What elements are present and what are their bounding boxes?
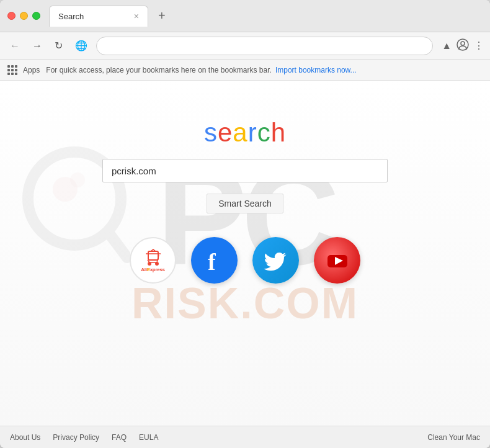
search-area: search Smart Search <box>102 118 388 284</box>
menu-icon[interactable]: ⋮ <box>474 40 484 52</box>
page-content: PC RISK.COM search Smart Search <box>0 81 490 426</box>
logo-s: s <box>204 118 218 147</box>
logo-c: c <box>257 118 271 147</box>
svg-point-5 <box>70 172 85 187</box>
nav-icons: ▲ ⋮ <box>442 38 484 53</box>
svg-point-1 <box>461 42 465 45</box>
privacy-policy-link[interactable]: Privacy Policy <box>53 433 99 442</box>
footer-right: Clean Your Mac <box>427 433 480 442</box>
secure-icon[interactable]: 🌐 <box>71 37 91 54</box>
facebook-link[interactable]: f <box>191 237 238 284</box>
close-button[interactable] <box>7 12 16 20</box>
browser-window: Search × + ← → ↻ 🌐 ▲ ⋮ <box>0 0 490 448</box>
import-bookmarks-link[interactable]: Import bookmarks now... <box>275 66 357 74</box>
svg-rect-6 <box>148 251 158 260</box>
logo-a: a <box>233 118 247 147</box>
logo-h: h <box>271 118 286 147</box>
apps-label: Apps <box>23 66 40 74</box>
minimize-button[interactable] <box>20 12 28 20</box>
logo-r: r <box>248 118 257 147</box>
active-tab[interactable]: Search × <box>49 6 148 27</box>
traffic-lights <box>7 12 40 20</box>
logo-e: e <box>218 118 233 147</box>
aliexpress-link[interactable]: AliExpress <box>130 237 176 284</box>
apps-button[interactable]: Apps <box>7 65 40 75</box>
bookmarks-message: For quick access, place your bookmarks h… <box>46 66 272 74</box>
clean-your-mac-link[interactable]: Clean Your Mac <box>427 433 480 442</box>
search-input[interactable] <box>102 159 388 182</box>
tab-title: Search <box>58 12 84 21</box>
page-footer: About Us Privacy Policy FAQ EULA Clean Y… <box>0 426 490 448</box>
twitter-link[interactable] <box>252 237 299 284</box>
account-icon[interactable] <box>457 38 469 53</box>
back-button[interactable]: ← <box>6 38 24 54</box>
new-tab-button[interactable]: + <box>153 6 171 25</box>
search-input-container <box>102 159 388 182</box>
address-input[interactable] <box>96 37 433 55</box>
bookmarks-bar: Apps For quick access, place your bookma… <box>0 60 490 81</box>
about-us-link[interactable]: About Us <box>10 433 40 442</box>
footer-links: About Us Privacy Policy FAQ EULA <box>10 433 158 442</box>
tab-bar: Search × + <box>49 6 483 27</box>
maximize-button[interactable] <box>32 12 40 20</box>
smart-search-button[interactable]: Smart Search <box>207 194 283 213</box>
quick-links: AliExpress f <box>130 237 360 284</box>
refresh-button[interactable]: ↻ <box>51 37 66 54</box>
title-bar: Search × + <box>0 0 490 32</box>
search-logo: search <box>204 118 286 148</box>
watermark-risk: RISK.COM <box>131 279 359 328</box>
eula-link[interactable]: EULA <box>139 433 158 442</box>
youtube-link[interactable] <box>314 237 360 284</box>
tab-close-button[interactable]: × <box>134 11 139 21</box>
svg-text:f: f <box>208 249 216 274</box>
upload-icon[interactable]: ▲ <box>442 40 452 52</box>
faq-link[interactable]: FAQ <box>112 433 127 442</box>
svg-point-4 <box>53 177 78 202</box>
forward-button[interactable]: → <box>29 38 46 54</box>
nav-bar: ← → ↻ 🌐 ▲ ⋮ <box>0 32 490 60</box>
